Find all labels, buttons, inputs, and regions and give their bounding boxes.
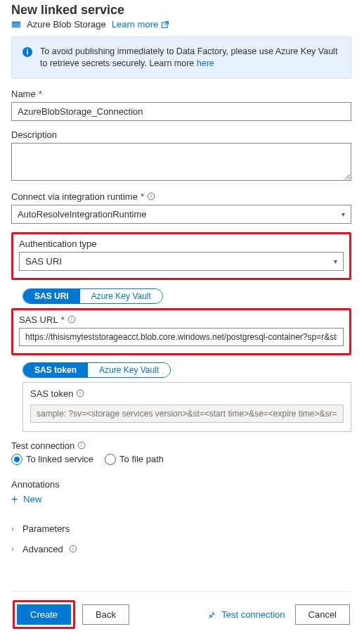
tab-azure-key-vault-token[interactable]: Azure Key Vault [88,363,170,377]
create-highlight: Create [13,600,75,629]
description-label: Description [11,129,57,140]
info-banner: To avoid publishing immediately to Data … [11,37,351,79]
radio-icon [11,454,22,465]
chevron-down-icon: ▾ [334,257,337,265]
auth-type-select[interactable]: SAS URI ▾ [19,252,344,271]
help-icon[interactable]: i [76,389,84,398]
tab-sas-uri[interactable]: SAS URI [23,289,80,303]
svg-text:i: i [72,547,74,552]
new-annotation-button[interactable]: + New [11,494,351,505]
create-button[interactable]: Create [17,604,71,625]
runtime-label: Connect via integration runtime [11,191,138,202]
sas-token-source-tabs: SAS token Azure Key Vault [22,362,171,378]
runtime-select[interactable]: AutoResolveIntegrationRuntime ▾ [11,205,351,224]
chevron-right-icon: › [11,545,17,553]
banner-text: To avoid publishing immediately to Data … [40,46,337,68]
sas-url-highlight: SAS URL * i [11,308,351,355]
help-icon[interactable]: i [69,545,77,553]
help-icon[interactable]: i [147,192,155,201]
auth-type-label: Authentication type [19,238,97,249]
required-asterisk: * [61,314,65,325]
header: New linked service Azure Blob Storage Le… [11,0,351,30]
sas-url-input[interactable] [19,328,344,346]
page-title: New linked service [11,3,351,18]
svg-text:i: i [82,443,83,448]
parameters-expander[interactable]: › Parameters [11,523,351,534]
chevron-down-icon: ▾ [342,210,345,218]
radio-to-linked-service[interactable]: To linked service [11,454,93,465]
auth-type-highlight: Authentication type SAS URI ▾ [11,232,351,280]
radio-icon [105,454,116,465]
sas-token-label: SAS token [30,388,73,399]
open-external-icon [161,20,169,29]
help-icon[interactable]: i [67,315,76,324]
annotations-label: Annotations [11,479,60,490]
svg-rect-4 [27,51,28,55]
blob-storage-icon [11,20,21,30]
help-icon[interactable]: i [77,441,86,450]
tab-sas-token[interactable]: SAS token [23,363,88,377]
required-asterisk: * [141,191,144,202]
description-input[interactable] [11,143,351,181]
plug-icon [207,610,217,620]
sas-token-section: SAS token i [22,382,351,432]
svg-point-5 [27,49,28,51]
info-icon [22,46,33,58]
tab-azure-key-vault[interactable]: Azure Key Vault [80,289,162,303]
learn-more-link[interactable]: Learn more [112,19,169,30]
plus-icon: + [11,494,18,505]
service-type-label: Azure Blob Storage [27,19,106,30]
back-button[interactable]: Back [82,604,129,625]
chevron-right-icon: › [11,524,17,533]
test-connection-link[interactable]: Test connection [207,609,285,620]
required-asterisk: * [39,89,42,99]
footer: Create Back Test connection Cancel [11,591,351,636]
sas-token-input[interactable] [30,405,344,423]
svg-text:i: i [71,317,72,322]
radio-to-file-path[interactable]: To file path [105,454,164,465]
name-input[interactable] [11,102,351,121]
sas-source-tabs: SAS URI Azure Key Vault [22,288,163,304]
cancel-button[interactable]: Cancel [295,604,350,625]
svg-text:i: i [80,391,82,396]
svg-rect-1 [12,21,20,23]
name-label: Name [11,89,36,99]
test-connection-label: Test connection [11,440,74,451]
advanced-expander[interactable]: › Advanced i [11,544,351,554]
sas-url-label: SAS URL [19,314,58,325]
banner-here-link[interactable]: here [197,58,214,70]
svg-text:i: i [150,194,152,199]
